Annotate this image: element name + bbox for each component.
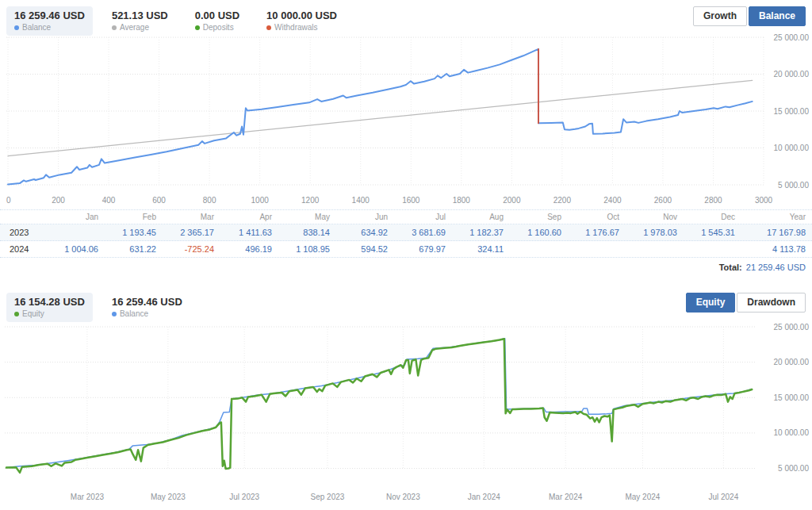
x-tick-label: 400 bbox=[102, 196, 116, 205]
header-cell-nov: Nov bbox=[623, 213, 681, 221]
table-header-row: JanFebMarAprMayJunJulAugSepOctNovDecYear bbox=[0, 210, 812, 224]
header-cell-sep: Sep bbox=[508, 213, 565, 221]
deposits-dot-icon bbox=[195, 25, 200, 30]
x-tick-label: 1200 bbox=[301, 196, 320, 205]
total-value: 21 259.46 USD bbox=[746, 263, 806, 272]
header-cell-jun: Jun bbox=[334, 213, 392, 221]
stat-balance[interactable]: 16 259.46 USDBalance bbox=[104, 293, 190, 322]
tab-balance[interactable]: Balance bbox=[749, 6, 806, 26]
month-value-cell: 1 193.45 bbox=[102, 228, 160, 237]
balance-stats-legend: 16 259.46 USDBalance521.13 USDAverage0.0… bbox=[6, 6, 345, 36]
tab-growth[interactable]: Growth bbox=[693, 6, 747, 26]
month-value-cell: 496.19 bbox=[218, 244, 276, 254]
month-value-cell: 634.92 bbox=[334, 228, 392, 237]
y-tick-label: 20 000.00 bbox=[774, 70, 810, 79]
y-tick-label: 5 000.00 bbox=[778, 181, 809, 190]
stat-value: 16 154.28 USD bbox=[14, 297, 85, 308]
x-tick-label: Jul 2024 bbox=[708, 493, 738, 501]
balance-chart[interactable]: 0200400600800100012001400160018002000220… bbox=[0, 33, 812, 209]
header-cell-apr: Apr bbox=[218, 213, 276, 221]
month-value-cell: 3 681.69 bbox=[392, 228, 450, 237]
x-tick-label: Jan 2024 bbox=[468, 493, 501, 501]
month-value-cell: 679.97 bbox=[392, 244, 450, 254]
month-value-cell: 1 545.31 bbox=[681, 228, 739, 237]
year-cell: 2024 bbox=[0, 244, 44, 254]
header-cell-mar: Mar bbox=[160, 213, 218, 221]
x-tick-label: Jul 2023 bbox=[229, 493, 259, 501]
x-tick-label: 3000 bbox=[755, 196, 773, 205]
x-tick-label: 1600 bbox=[402, 196, 420, 205]
y-tick-label: 15 000.00 bbox=[774, 107, 810, 116]
table-row-2023: 20231 193.452 365.171 411.63838.14634.92… bbox=[0, 224, 812, 241]
header-cell-dec: Dec bbox=[681, 213, 739, 221]
equity-tabs: EquityDrawdown bbox=[686, 293, 806, 313]
balance-line bbox=[6, 339, 752, 468]
x-tick-label: 1400 bbox=[352, 196, 370, 205]
stat-balance[interactable]: 16 259.46 USDBalance bbox=[6, 6, 93, 36]
y-tick-label: 25 000.00 bbox=[774, 323, 810, 332]
month-value-cell: 838.14 bbox=[276, 228, 334, 237]
header-cell-feb: Feb bbox=[102, 213, 160, 221]
stat-value: 0.00 USD bbox=[195, 10, 239, 21]
stat-value: 521.13 USD bbox=[112, 10, 168, 21]
x-tick-label: 2000 bbox=[503, 196, 521, 205]
month-value-cell: 1 411.63 bbox=[218, 228, 276, 237]
header-cell-jan: Jan bbox=[44, 213, 102, 221]
tab-drawdown[interactable]: Drawdown bbox=[737, 293, 806, 313]
equity-chart[interactable]: Mar 2023May 2023Jul 2023Sep 2023Nov 2023… bbox=[0, 320, 812, 506]
equity-dot-icon bbox=[14, 312, 19, 316]
y-tick-label: 20 000.00 bbox=[774, 358, 810, 366]
stat-deposits[interactable]: 0.00 USDDeposits bbox=[187, 6, 247, 36]
header-cell-oct: Oct bbox=[565, 213, 623, 221]
month-value-cell: -725.24 bbox=[160, 244, 218, 254]
withdrawals-dot-icon bbox=[266, 25, 271, 30]
month-value-cell: 2 365.17 bbox=[160, 228, 218, 237]
trading-signal-page: 16 259.46 USDBalance521.13 USDAverage0.0… bbox=[0, 0, 812, 510]
balance-dot-icon bbox=[14, 25, 19, 30]
stat-label: Balance bbox=[112, 309, 182, 318]
stat-equity[interactable]: 16 154.28 USDEquity bbox=[6, 293, 93, 322]
x-tick-label: May 2024 bbox=[625, 493, 660, 501]
balance-section: 16 259.46 USDBalance521.13 USDAverage0.0… bbox=[0, 0, 812, 277]
table-row-2024: 20241 004.06631.22-725.24496.191 108.955… bbox=[0, 241, 812, 258]
x-tick-label: Nov 2023 bbox=[386, 493, 420, 501]
header-cell-year: Year bbox=[739, 213, 812, 221]
y-tick-label: 5 000.00 bbox=[778, 464, 809, 473]
stat-value: 16 259.46 USD bbox=[112, 297, 182, 308]
header-cell-may: May bbox=[276, 213, 334, 221]
month-value-cell: 1 978.03 bbox=[623, 228, 681, 237]
x-tick-label: Sep 2023 bbox=[311, 493, 345, 501]
tab-equity[interactable]: Equity bbox=[686, 293, 736, 313]
y-tick-label: 10 000.00 bbox=[774, 428, 810, 437]
x-tick-label: 1000 bbox=[251, 196, 270, 205]
header-cell-jul: Jul bbox=[392, 213, 450, 221]
stat-label: Average bbox=[112, 23, 168, 32]
stat-label: Balance bbox=[14, 23, 85, 32]
header-cell-aug: Aug bbox=[450, 213, 508, 221]
monthly-profit-table: JanFebMarAprMayJunJulAugSepOctNovDecYear… bbox=[0, 209, 812, 258]
x-tick-label: Mar 2024 bbox=[549, 493, 583, 501]
x-tick-label: Mar 2023 bbox=[71, 493, 105, 501]
stat-label: Equity bbox=[14, 309, 85, 318]
stat-value: 10 000.00 USD bbox=[266, 10, 337, 21]
month-value-cell: 1 182.37 bbox=[450, 228, 508, 237]
x-tick-label: 2400 bbox=[603, 196, 622, 205]
stat-average[interactable]: 521.13 USDAverage bbox=[104, 6, 176, 36]
stat-withdrawals[interactable]: 10 000.00 USDWithdrawals bbox=[259, 6, 345, 36]
balance-line bbox=[8, 49, 753, 185]
x-tick-label: 2200 bbox=[553, 196, 572, 205]
total-row: Total: 21 259.46 USD bbox=[0, 258, 812, 277]
month-value-cell: 631.22 bbox=[102, 244, 160, 254]
y-tick-label: 25 000.00 bbox=[774, 33, 810, 42]
equity-stats-legend: 16 154.28 USDEquity16 259.46 USDBalance bbox=[6, 293, 190, 322]
x-tick-label: May 2023 bbox=[151, 493, 186, 501]
month-value-cell: 324.11 bbox=[450, 244, 508, 254]
y-tick-label: 15 000.00 bbox=[774, 393, 810, 402]
x-tick-label: 2600 bbox=[654, 196, 672, 205]
x-tick-label: 600 bbox=[152, 196, 166, 205]
balance-header: 16 259.46 USDBalance521.13 USDAverage0.0… bbox=[0, 0, 812, 33]
balance-dot-icon bbox=[112, 312, 117, 316]
x-tick-label: 200 bbox=[52, 196, 65, 205]
equity-header: 16 154.28 USDEquity16 259.46 USDBalance … bbox=[0, 286, 812, 320]
y-tick-label: 10 000.00 bbox=[774, 144, 810, 152]
